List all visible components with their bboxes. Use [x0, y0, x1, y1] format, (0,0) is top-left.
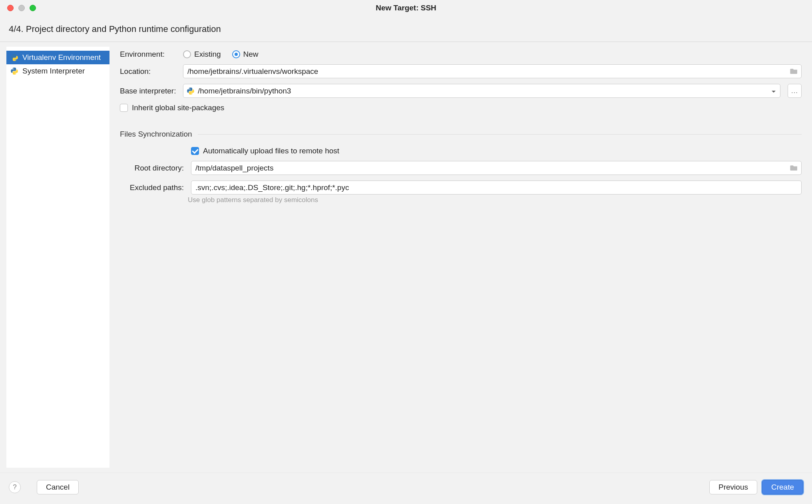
close-window-icon[interactable] [7, 5, 14, 11]
inherit-checkbox[interactable]: Inherit global site-packages [120, 103, 224, 112]
base-interpreter-row: Base interpreter: /home/jetbrains/bin/py… [120, 84, 802, 98]
button-label: Previous [718, 483, 748, 492]
excluded-paths-label: Excluded paths: [120, 183, 188, 192]
location-input[interactable]: /home/jetbrains/.virtualenvs/workspace [183, 64, 802, 78]
location-row: Location: /home/jetbrains/.virtualenvs/w… [120, 64, 802, 78]
sidebar-item-virtualenv[interactable]: Virtualenv Environment [6, 51, 109, 64]
cancel-button[interactable]: Cancel [37, 480, 79, 494]
python-icon [10, 67, 18, 75]
base-interpreter-label: Base interpreter: [120, 87, 180, 95]
previous-button[interactable]: Previous [709, 480, 757, 494]
sidebar-item-label: Virtualenv Environment [22, 53, 101, 62]
create-button[interactable]: Create [762, 480, 803, 494]
excluded-paths-value: .svn;.cvs;.idea;.DS_Store;.git;.hg;*.hpr… [195, 183, 349, 192]
browse-interpreter-button[interactable]: ... [788, 84, 802, 98]
base-interpreter-combo[interactable]: /home/jetbrains/bin/python3 [183, 84, 780, 98]
excluded-paths-row: Excluded paths: .svn;.cvs;.idea;.DS_Stor… [120, 181, 802, 194]
minimize-window-icon [18, 5, 25, 11]
ellipsis-icon: ... [791, 87, 798, 95]
button-label: Create [771, 483, 794, 492]
sidebar: Virtualenv Environment System Interprete… [6, 47, 109, 468]
button-label: Cancel [46, 483, 70, 492]
root-directory-value: /tmp/dataspell_projects [195, 164, 273, 173]
radio-existing[interactable]: Existing [183, 50, 221, 59]
window-title: New Target: SSH [0, 4, 812, 12]
auto-upload-checkbox[interactable]: Automatically upload files to remote hos… [191, 147, 339, 155]
python-icon [10, 54, 18, 62]
environment-radio-group: Existing New [183, 50, 259, 59]
root-directory-input[interactable]: /tmp/dataspell_projects [191, 161, 802, 175]
excluded-paths-hint: Use glob patterns separated by semicolon… [188, 196, 802, 204]
radio-new[interactable]: New [232, 50, 259, 59]
checkbox-icon [120, 104, 128, 112]
maximize-window-icon[interactable] [30, 5, 36, 11]
sidebar-item-system-interpreter[interactable]: System Interpreter [6, 64, 109, 78]
location-label: Location: [120, 67, 180, 76]
content: Environment: Existing New Location: /hom… [109, 42, 812, 472]
environment-row: Environment: Existing New [120, 50, 802, 59]
files-sync-section-title: Files Synchronization [120, 130, 802, 139]
inherit-row: Inherit global site-packages [120, 103, 802, 112]
excluded-paths-input[interactable]: .svn;.cvs;.idea;.DS_Store;.git;.hg;*.hpr… [191, 181, 802, 194]
folder-open-icon[interactable] [790, 67, 798, 76]
auto-upload-label: Automatically upload files to remote hos… [203, 147, 339, 155]
radio-icon [183, 50, 191, 58]
footer: ? Cancel Previous Create [0, 472, 812, 504]
radio-icon [232, 50, 240, 58]
help-icon: ? [13, 483, 16, 491]
help-button[interactable]: ? [9, 481, 21, 493]
sidebar-item-label: System Interpreter [22, 67, 85, 75]
environment-label: Environment: [120, 50, 180, 59]
base-interpreter-value: /home/jetbrains/bin/python3 [198, 87, 291, 95]
auto-upload-row: Automatically upload files to remote hos… [120, 147, 802, 155]
main: Virtualenv Environment System Interprete… [0, 42, 812, 472]
section-title-text: Files Synchronization [120, 130, 192, 139]
location-value: /home/jetbrains/.virtualenvs/workspace [187, 67, 318, 76]
checkbox-icon [191, 147, 199, 155]
window-controls [0, 5, 36, 11]
python-icon [187, 87, 195, 95]
inherit-label: Inherit global site-packages [132, 103, 224, 112]
step-header: 4/4. Project directory and Python runtim… [0, 16, 812, 42]
radio-label: New [243, 50, 259, 59]
chevron-down-icon [771, 87, 776, 95]
titlebar: New Target: SSH [0, 0, 812, 16]
radio-label: Existing [194, 50, 221, 59]
folder-open-icon[interactable] [790, 164, 798, 173]
root-directory-label: Root directory: [120, 164, 188, 173]
root-directory-row: Root directory: /tmp/dataspell_projects [120, 161, 802, 175]
